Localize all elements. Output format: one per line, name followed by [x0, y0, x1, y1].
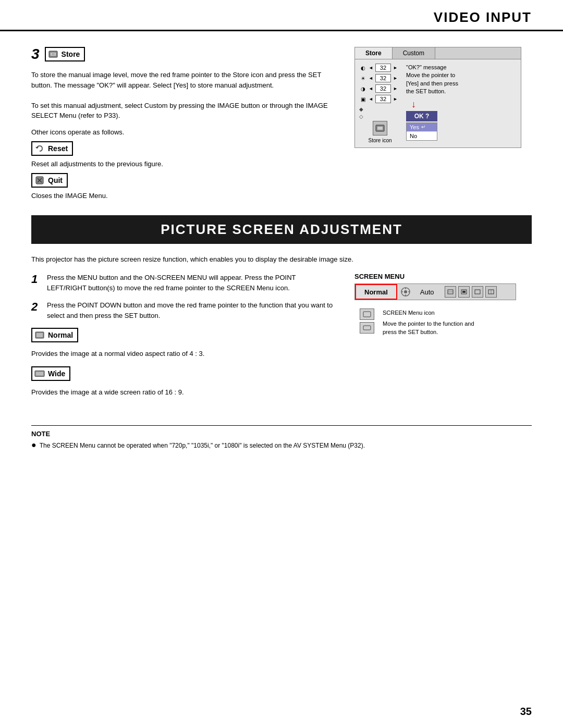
psa-step1-text: Press the MENU button and the ON-SCREEN … — [47, 273, 334, 293]
quit-badge: Quit — [31, 173, 68, 188]
normal-icon — [34, 330, 45, 340]
ok-yes-option: Yes ↵ — [407, 123, 437, 132]
reset-label: Reset — [48, 144, 68, 153]
tab-custom: Custom — [393, 47, 435, 59]
page-title: VIDEO INPUT — [31, 9, 532, 26]
store-dialog-box: Store Custom ◐ ◄ 32 ► ☀ ◄ — [354, 47, 521, 148]
slider-icon-3: ◑ — [359, 86, 366, 92]
psa-right: SCREEN MENU Normal — [354, 273, 532, 404]
no-label: No — [410, 133, 417, 139]
store-text1: To store the manual image level, move th… — [31, 70, 334, 90]
note-item-1: ● The SCREEN Menu cannot be operated whe… — [31, 441, 532, 450]
note-title: NOTE — [31, 430, 532, 438]
dialog-body: ◐ ◄ 32 ► ☀ ◄ 32 ► ◑ ◄ — [355, 59, 521, 147]
quit-icon — [34, 175, 45, 186]
screen-menu-bar: Normal Auto — [354, 283, 516, 300]
page-number: 35 — [520, 706, 532, 718]
menu-icon-4[interactable] — [485, 286, 497, 298]
store-body: To store the manual image level, move th… — [31, 70, 334, 121]
wide-icon — [34, 368, 45, 379]
slider-arrow-left-4: ◄ — [369, 96, 373, 102]
ok-no-option: No — [407, 132, 437, 140]
store-dialog: Store Custom ◐ ◄ 32 ► ☀ ◄ — [354, 47, 532, 200]
menu-icon-2[interactable] — [458, 286, 470, 298]
psa-content: 1 Press the MENU button and the ON-SCREE… — [31, 273, 532, 404]
screen-normal-label: Normal — [364, 288, 388, 296]
normal-function: Normal Provides the image at a normal vi… — [31, 328, 334, 359]
yes-label: Yes — [410, 124, 419, 130]
psa-banner: PICTURE SCREEN ADJUSTMENT — [31, 215, 532, 244]
slider-val-3: 32 — [375, 84, 391, 93]
reset-icon — [34, 143, 45, 154]
screen-menu-icon-label: SCREEN Menu icon — [383, 309, 474, 317]
screen-menu-auto-btn[interactable]: Auto — [414, 286, 440, 298]
store-icon-box — [373, 121, 387, 135]
menu-icon-3[interactable] — [472, 286, 483, 298]
slider-arrow-right-1: ► — [393, 65, 398, 70]
normal-desc: Provides the image at a normal video asp… — [31, 349, 334, 359]
ok-message-text: "OK?" messageMove the pointer to[Yes] an… — [406, 64, 517, 96]
wide-badge: Wide — [31, 366, 70, 381]
store-label: Store — [62, 50, 80, 58]
psa-step2-number: 2 — [31, 300, 42, 320]
svg-marker-3 — [35, 147, 39, 149]
slider-arrow-left-2: ◄ — [369, 76, 373, 81]
slider-row-3: ◑ ◄ 32 ► — [359, 84, 401, 93]
screen-submenu — [360, 309, 374, 337]
ok-dialog-area: "OK?" messageMove the pointer to[Yes] an… — [406, 64, 517, 143]
screen-menu-normal-btn[interactable]: Normal — [355, 284, 397, 300]
menu-icon-1[interactable] — [445, 286, 456, 298]
psa-step2: 2 Press the POINT DOWN button and move t… — [31, 300, 334, 320]
psa-step1-number: 1 — [31, 273, 42, 293]
store-icon-area: Store icon — [359, 121, 401, 143]
quit-item: Quit Closes the IMAGE Menu. — [31, 173, 334, 200]
reset-badge: Reset — [31, 141, 73, 156]
store-left: 3 Store To store the manual image level,… — [31, 47, 334, 200]
step3-number: 3 — [31, 47, 40, 61]
wheel-icon — [400, 287, 411, 297]
arrow-down-icon: ↓ — [411, 99, 517, 110]
store-text2: To set this manual adjustment, select Cu… — [31, 101, 334, 121]
svg-rect-26 — [363, 312, 371, 317]
ok-options: Yes ↵ No — [406, 122, 437, 141]
main-content: 3 Store To store the manual image level,… — [0, 31, 563, 471]
other-icons-intro: Other icons operate as follows. — [31, 128, 334, 136]
slider-arrow-right-2: ► — [393, 76, 398, 81]
slider-arrow-right-4: ► — [393, 96, 398, 102]
screen-menu-title: SCREEN MENU — [354, 273, 532, 280]
slider-icon-2: ☀ — [359, 76, 366, 81]
svg-rect-22 — [462, 291, 466, 293]
wide-label: Wide — [48, 369, 65, 378]
svg-point-14 — [404, 290, 407, 293]
store-icon-caption: Store icon — [368, 138, 391, 143]
pointer-note: Move the pointer to the function andpres… — [383, 319, 474, 337]
wide-function: Wide Provides the image at a wide screen… — [31, 366, 334, 398]
svg-rect-2 — [52, 53, 55, 55]
note-section: NOTE ● The SCREEN Menu cannot be operate… — [31, 425, 532, 450]
psa-step1: 1 Press the MENU button and the ON-SCREE… — [31, 273, 334, 293]
slider-val-4: 32 — [375, 95, 391, 103]
screen-menu-notes: SCREEN Menu icon Move the pointer to the… — [383, 309, 474, 337]
wheel-icon-area — [397, 287, 414, 297]
slider-val-1: 32 — [375, 64, 391, 72]
submenu-item-2[interactable] — [360, 322, 374, 334]
ok-box: OK ? — [406, 111, 437, 121]
slider-arrow-left-3: ◄ — [369, 86, 373, 91]
svg-rect-23 — [475, 290, 480, 294]
dialog-header: Store Custom — [355, 47, 521, 59]
psa-left: 1 Press the MENU button and the ON-SCREE… — [31, 273, 334, 404]
screen-submenu-area: SCREEN Menu icon Move the pointer to the… — [354, 306, 532, 337]
slider-row-4: ▣ ◄ 32 ► — [359, 95, 401, 103]
svg-rect-8 — [377, 127, 383, 130]
slider-val-2: 32 — [375, 74, 391, 82]
store-icon — [48, 49, 58, 59]
slider-icon-4: ▣ — [359, 96, 366, 102]
submenu-item-1[interactable] — [360, 309, 374, 320]
slider-icon-1: ◐ — [359, 65, 366, 71]
enter-arrow-icon: ↵ — [421, 124, 425, 130]
page-header: VIDEO INPUT — [0, 0, 563, 31]
reset-desc: Reset all adjustments to the previous fi… — [31, 160, 334, 168]
slider-arrow-right-3: ► — [393, 86, 398, 91]
normal-label: Normal — [48, 331, 73, 339]
psa-step2-text: Press the POINT DOWN button and move the… — [47, 300, 334, 320]
